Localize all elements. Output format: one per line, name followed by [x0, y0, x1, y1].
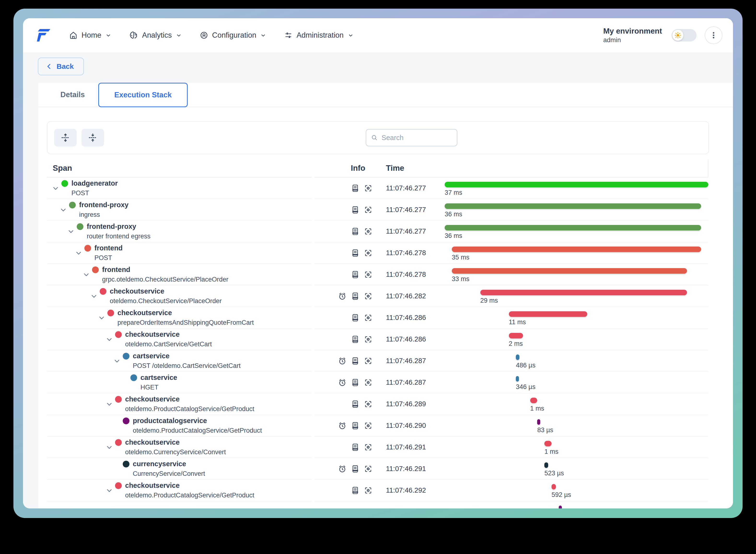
- process-icon[interactable]: [364, 249, 373, 257]
- duration-bar[interactable]: [559, 506, 562, 508]
- duration-bar[interactable]: [452, 246, 701, 252]
- duration-bar[interactable]: [445, 225, 701, 230]
- duration-bar[interactable]: [452, 268, 687, 274]
- process-icon[interactable]: [364, 314, 373, 322]
- duration-bar[interactable]: [445, 182, 708, 187]
- nav-item-configuration[interactable]: Configuration: [200, 31, 266, 40]
- alarm-icon[interactable]: [338, 378, 346, 387]
- process-icon[interactable]: [364, 486, 373, 495]
- table-row[interactable]: productcatalogservice: [47, 501, 708, 508]
- row-expand-toggle[interactable]: [80, 269, 92, 280]
- logs-icon[interactable]: [351, 227, 360, 236]
- process-icon[interactable]: [364, 227, 373, 236]
- logs-icon[interactable]: [351, 270, 360, 279]
- table-row[interactable]: productcatalogservice oteldemo.ProductCa…: [47, 415, 708, 437]
- duration-bar[interactable]: [445, 203, 701, 209]
- process-icon[interactable]: [364, 292, 373, 300]
- row-expand-toggle[interactable]: [58, 204, 69, 216]
- row-expand-toggle[interactable]: [50, 182, 61, 194]
- table-row[interactable]: checkoutservice oteldemo.ProductCatalogS…: [47, 393, 708, 415]
- row-expand-toggle[interactable]: [111, 506, 123, 509]
- process-icon[interactable]: [364, 422, 373, 430]
- logs-icon[interactable]: [351, 314, 360, 322]
- process-icon[interactable]: [364, 378, 373, 387]
- table-row[interactable]: checkoutservice prepareOrderItemsAndShip…: [47, 307, 708, 329]
- more-menu-button[interactable]: [705, 26, 722, 44]
- duration-bar[interactable]: [530, 398, 538, 403]
- alarm-icon[interactable]: [338, 508, 346, 509]
- row-expand-toggle[interactable]: [119, 377, 130, 388]
- nav-item-analytics[interactable]: Analytics: [129, 31, 182, 40]
- duration-bar[interactable]: [509, 311, 587, 317]
- row-expand-toggle[interactable]: [111, 420, 123, 432]
- process-icon[interactable]: [364, 335, 373, 344]
- table-row[interactable]: cartservice HGET: [47, 372, 708, 393]
- table-row[interactable]: cartservice POST /oteldemo.CartService/G…: [47, 350, 708, 372]
- app-logo-icon[interactable]: [37, 29, 50, 42]
- table-row[interactable]: loadgenerator POST: [47, 177, 708, 199]
- duration-bar[interactable]: [509, 333, 523, 338]
- logs-icon[interactable]: [351, 356, 360, 365]
- row-expand-toggle[interactable]: [111, 355, 123, 367]
- nav-item-home[interactable]: Home: [69, 31, 112, 40]
- process-icon[interactable]: [364, 356, 373, 365]
- collapse-all-button[interactable]: [81, 129, 104, 147]
- table-row[interactable]: frontend POST: [47, 242, 708, 264]
- logs-icon[interactable]: [351, 464, 360, 473]
- back-button[interactable]: Back: [38, 58, 84, 75]
- table-row[interactable]: checkoutservice oteldemo.CartService/Get…: [47, 329, 708, 350]
- row-expand-toggle[interactable]: [96, 312, 107, 324]
- table-row[interactable]: checkoutservice oteldemo.CheckoutService…: [47, 285, 708, 307]
- nav-item-administration[interactable]: Administration: [284, 31, 354, 40]
- row-expand-toggle[interactable]: [73, 247, 84, 259]
- logs-icon[interactable]: [351, 335, 360, 344]
- process-icon[interactable]: [364, 508, 373, 509]
- row-expand-toggle[interactable]: [88, 290, 100, 302]
- logs-icon[interactable]: [351, 400, 360, 408]
- duration-bar[interactable]: [552, 484, 556, 490]
- duration-bar[interactable]: [537, 419, 540, 425]
- alarm-icon[interactable]: [338, 464, 346, 473]
- table-row[interactable]: frontend grpc.oteldemo.CheckoutService/P…: [47, 264, 708, 285]
- theme-toggle[interactable]: [672, 29, 697, 42]
- process-icon[interactable]: [364, 400, 373, 408]
- table-row[interactable]: checkoutservice oteldemo.ProductCatalogS…: [47, 480, 708, 501]
- process-icon[interactable]: [364, 206, 373, 214]
- duration-bar[interactable]: [544, 441, 552, 446]
- alarm-icon[interactable]: [338, 422, 346, 430]
- duration-bar[interactable]: [480, 290, 687, 295]
- tab-execution-stack[interactable]: Execution Stack: [98, 83, 188, 107]
- environment-switcher[interactable]: My environment admin: [603, 26, 662, 44]
- row-expand-toggle[interactable]: [104, 334, 115, 345]
- logs-icon[interactable]: [351, 486, 360, 495]
- row-expand-toggle[interactable]: [104, 442, 115, 453]
- search-input[interactable]: [382, 134, 452, 142]
- alarm-icon[interactable]: [338, 356, 346, 365]
- process-icon[interactable]: [364, 464, 373, 473]
- expand-all-button[interactable]: [54, 129, 77, 147]
- logs-icon[interactable]: [351, 443, 360, 452]
- duration-bar[interactable]: [516, 354, 519, 360]
- logs-icon[interactable]: [351, 184, 360, 192]
- process-icon[interactable]: [364, 270, 373, 279]
- duration-bar[interactable]: [516, 376, 519, 382]
- row-expand-toggle[interactable]: [104, 485, 115, 496]
- row-expand-toggle[interactable]: [65, 226, 77, 237]
- table-row[interactable]: currencyservice CurrencyService/Convert: [47, 458, 708, 480]
- table-row[interactable]: frontend-proxy router frontend egress: [47, 221, 708, 242]
- row-expand-toggle[interactable]: [111, 463, 123, 475]
- duration-bar[interactable]: [544, 462, 548, 468]
- logs-icon[interactable]: [351, 249, 360, 257]
- alarm-icon[interactable]: [338, 292, 346, 300]
- logs-icon[interactable]: [351, 508, 360, 509]
- logs-icon[interactable]: [351, 422, 360, 430]
- process-icon[interactable]: [364, 443, 373, 452]
- row-expand-toggle[interactable]: [104, 398, 115, 410]
- table-row[interactable]: frontend-proxy ingress: [47, 199, 708, 221]
- process-icon[interactable]: [364, 184, 373, 192]
- logs-icon[interactable]: [351, 292, 360, 300]
- tab-details[interactable]: Details: [47, 83, 98, 107]
- logs-icon[interactable]: [351, 378, 360, 387]
- table-row[interactable]: checkoutservice oteldemo.CurrencyService…: [47, 437, 708, 458]
- logs-icon[interactable]: [351, 206, 360, 214]
